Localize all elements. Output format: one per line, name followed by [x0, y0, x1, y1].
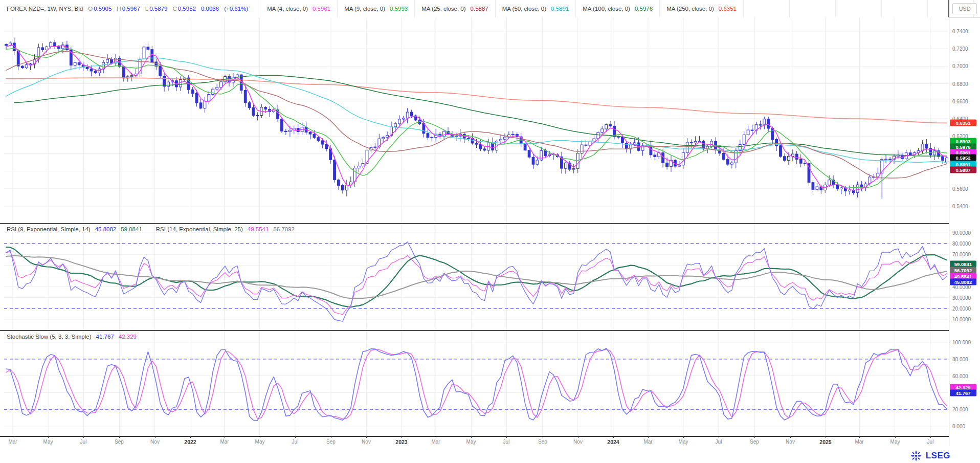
ma-legend[interactable]: MA (250, close, 0)0.6351 [660, 0, 744, 17]
instrument-legend[interactable]: FOREX NZD=, 1W, NYS, BidO0.5905H0.5967L0… [0, 0, 260, 17]
ohlc-value: 0.5967 [122, 6, 140, 12]
x-label-month: Jul [80, 439, 87, 445]
candle-down [17, 51, 19, 67]
ma-legend[interactable]: MA (25, close, 0)0.5887 [415, 0, 495, 17]
x-tick-mark [119, 436, 120, 438]
candle-down [804, 163, 806, 164]
candle-down [759, 125, 762, 125]
x-label-month: May [890, 439, 900, 445]
candle-up [593, 139, 595, 141]
candle-down [333, 160, 336, 180]
ma-legend[interactable]: MA (50, close, 0)0.5891 [496, 0, 576, 17]
candle-down [159, 67, 162, 76]
candle-down [338, 180, 340, 186]
candle-up [236, 75, 238, 77]
ma-legend[interactable]: MA (4, close, 0)0.5961 [260, 0, 338, 17]
candle-down [723, 153, 725, 160]
candle-down [264, 107, 267, 109]
candle-up [816, 187, 818, 189]
x-label-month: Nov [150, 439, 160, 445]
candle-down [532, 157, 534, 164]
x-label-month: Nov [786, 439, 795, 445]
x-label-month: May [679, 439, 688, 445]
price-badge: 0.5952 [950, 155, 976, 161]
quote-currency-chip[interactable]: USD [952, 3, 977, 14]
candle-up [362, 163, 364, 166]
x-tick-mark [578, 436, 578, 438]
candle-up [848, 190, 851, 191]
ohlc-letter: O [88, 6, 93, 12]
price-tick: 0.6800 [952, 81, 968, 86]
candle-down [195, 94, 198, 103]
ma-value: 0.5961 [313, 6, 330, 12]
x-label-month: Mar [431, 439, 440, 445]
x-tick-mark [471, 436, 472, 438]
candle-up [106, 59, 109, 62]
candle-down [771, 128, 774, 140]
price-tick: 0.5400 [952, 204, 968, 209]
candle-down [925, 144, 928, 148]
rsi-legend[interactable]: RSI (9, Exponential, Simple, 14)45.80825… [7, 226, 299, 232]
candle-down [942, 157, 944, 160]
candle-up [402, 118, 405, 119]
lseg-logo: LSEG [910, 450, 950, 462]
candle-up [46, 47, 48, 50]
candle-down [650, 146, 652, 155]
ohlc-letter: C [172, 6, 176, 12]
panel-separator[interactable] [0, 223, 949, 224]
candle-up [406, 112, 409, 118]
candle-down [54, 42, 56, 47]
price-tick: 0.6600 [952, 98, 968, 104]
ma-value: 0.5887 [471, 6, 488, 12]
candle-down [836, 185, 839, 189]
x-label-month: Mar [643, 439, 652, 445]
footer: LSEG [0, 448, 980, 463]
x-tick-mark [613, 436, 614, 438]
candle-down [309, 132, 311, 134]
ma-legend[interactable]: MA (9, close, 0)0.5993 [338, 0, 415, 17]
stoch-legend-part: Stochastic Slow (5, 3, 3, Simple) [7, 334, 92, 340]
ma-legend[interactable]: MA (100, close, 0)0.5976 [576, 0, 660, 17]
x-tick-mark [790, 436, 791, 438]
legend-filler [744, 0, 980, 17]
x-label-year: 2022 [184, 439, 196, 445]
ma-label: MA (100, close, 0) [583, 6, 630, 12]
candle-up [179, 80, 182, 87]
price-tick: 0.7000 [952, 63, 968, 69]
candle-up [597, 133, 599, 139]
candle-up [511, 134, 514, 135]
x-tick-mark [155, 436, 155, 438]
candle-down [751, 130, 753, 130]
candle-down [78, 62, 80, 65]
rsi-tick: 10.0000 [952, 317, 971, 322]
candle-down [909, 153, 911, 155]
candle-down [528, 150, 530, 158]
candle-down [248, 103, 251, 108]
candle-up [98, 69, 101, 73]
candle-up [536, 160, 539, 164]
candle-up [382, 137, 385, 139]
candle-down [325, 144, 328, 149]
candle-down [784, 157, 786, 161]
candle-up [763, 119, 766, 125]
x-label-month: Nov [362, 439, 371, 445]
x-label-year: 2024 [607, 439, 619, 445]
stochastic-legend[interactable]: Stochastic Slow (5, 3, 3, Simple)41.7674… [7, 334, 141, 340]
rsi-tick: 80.0000 [952, 241, 971, 247]
stochastic-panel[interactable] [0, 331, 949, 436]
candle-up [212, 89, 214, 94]
x-tick-mark [190, 436, 191, 438]
panel-separator[interactable] [0, 330, 949, 331]
candle-down [524, 144, 526, 150]
candle-down [422, 124, 425, 134]
ohlc-value: 0.5879 [149, 6, 167, 12]
rsi-tick: 70.0000 [952, 252, 971, 257]
candle-up [374, 147, 376, 147]
x-label-month: Sep [538, 439, 547, 445]
price-chart-panel[interactable] [0, 17, 949, 223]
candle-down [666, 163, 669, 166]
x-tick-mark [543, 436, 543, 438]
candle-down [767, 119, 770, 128]
rsi-panel[interactable] [0, 224, 949, 330]
candle-up [686, 142, 688, 152]
